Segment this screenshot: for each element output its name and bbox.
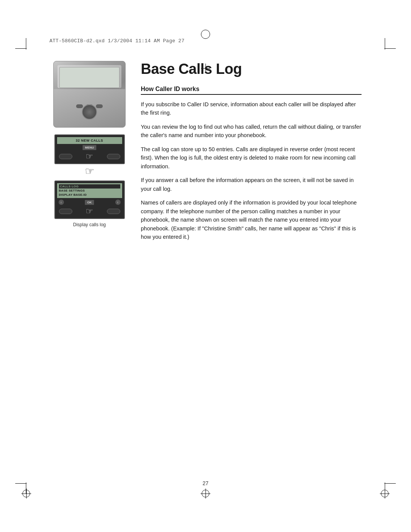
section-heading: How Caller ID works	[141, 86, 362, 95]
page-title: Base Calls Log	[141, 61, 362, 77]
left-icon: i	[59, 200, 64, 205]
phone-btn-1	[76, 104, 83, 108]
hand-pointer-between: ☞	[85, 165, 94, 177]
crop-mark-tl-v	[26, 38, 26, 50]
soft-btn-left	[59, 154, 72, 159]
soft-buttons-row-2: ☞	[57, 206, 122, 216]
crop-mark-br-h	[384, 483, 396, 484]
screen-display-text: 32 NEW CALLS	[57, 137, 122, 144]
page: ATT-5860CIB-d2.qxd 1/3/2004 11:14 AM Pag…	[0, 0, 411, 532]
menu-button: MENU	[83, 145, 96, 150]
ok-button: OK	[85, 200, 94, 205]
registration-mark-top	[201, 30, 210, 39]
soft-btn-right-2	[107, 209, 120, 214]
paragraph-4: If you answer a call before the informat…	[141, 176, 362, 193]
phone-screen	[59, 67, 119, 88]
ok-row: i OK i	[57, 200, 122, 205]
phone-body	[54, 89, 125, 127]
phone-btn-3	[96, 104, 103, 108]
paragraph-5: Names of callers are displayed only if t…	[141, 198, 362, 241]
crop-mark-tr-v	[385, 38, 385, 50]
menu-item-calls-log: CALLS LOG	[59, 184, 120, 189]
paragraph-1: If you subscribe to Caller ID service, i…	[141, 100, 362, 117]
crop-mark-tl-h	[15, 48, 27, 49]
paragraph-3: The call log can store up to 50 entries.…	[141, 145, 362, 171]
soft-buttons-row: ☞	[57, 152, 122, 161]
menu-item-display-base-id: DISPLAY BASE-ID	[59, 193, 120, 197]
hand-pointer-1: ☞	[86, 152, 93, 161]
device-screen-1: 32 NEW CALLS MENU ☞	[54, 134, 125, 164]
hand-pointer-2: ☞	[86, 206, 93, 216]
paragraph-2: You can review the log to find out who h…	[141, 123, 362, 140]
right-column: Base Calls Log How Caller ID works If yo…	[141, 61, 362, 471]
soft-btn-right	[107, 154, 120, 159]
page-number: 27	[202, 480, 209, 486]
file-metadata: ATT-5860CIB-d2.qxd 1/3/2004 11:14 AM Pag…	[49, 38, 185, 44]
reg-mark-bottom-right	[380, 489, 390, 498]
crop-mark-bl-h	[15, 483, 27, 484]
crop-mark-tr-h	[384, 48, 396, 49]
content-area: 32 NEW CALLS MENU ☞ ☞ CALLS LOG BASE SET…	[49, 61, 362, 471]
soft-btn-left-2	[59, 209, 72, 214]
reg-mark-bottom-center	[201, 489, 210, 498]
device-screen-2: CALLS LOG BASE SETTINGS DISPLAY BASE-ID …	[54, 181, 125, 219]
left-column: 32 NEW CALLS MENU ☞ ☞ CALLS LOG BASE SET…	[49, 61, 129, 471]
phone-image	[53, 61, 126, 128]
phone-nav	[82, 104, 97, 120]
menu-item-base-settings: BASE SETTINGS	[59, 189, 120, 193]
right-icon: i	[115, 200, 121, 205]
menu-list: CALLS LOG BASE SETTINGS DISPLAY BASE-ID	[57, 183, 122, 198]
image-caption: Display calls log	[73, 222, 106, 227]
reg-mark-bottom-left	[21, 489, 31, 498]
